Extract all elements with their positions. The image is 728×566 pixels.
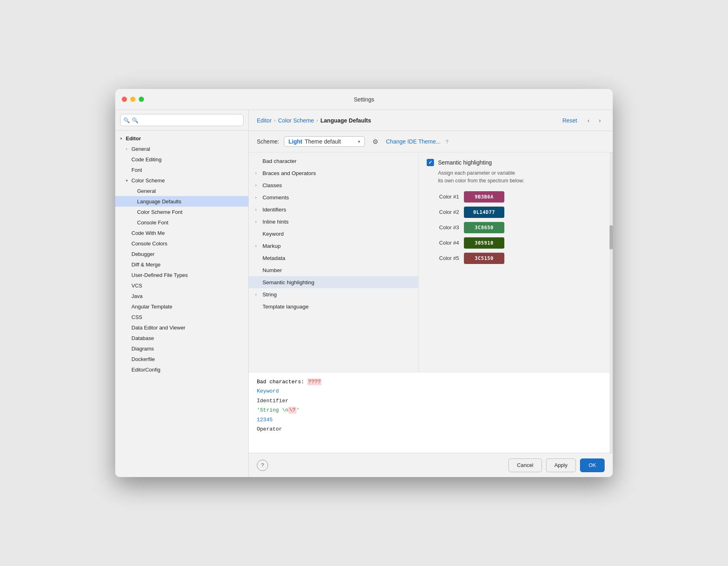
sidebar-item-vcs[interactable]: VCS [115, 280, 248, 291]
change-ide-theme-link[interactable]: Change IDE Theme... [386, 138, 440, 145]
sidebar-item-color-scheme[interactable]: ▾ Color Scheme [115, 175, 248, 186]
sidebar-item-label: VCS [131, 283, 142, 289]
list-item-braces-operators[interactable]: › Braces and Operators [249, 167, 418, 179]
semantic-title: Semantic highlighting [438, 159, 492, 166]
list-item-number[interactable]: Number [249, 264, 418, 276]
arrow-icon [126, 283, 131, 288]
list-item-identifiers[interactable]: › Identifiers [249, 203, 418, 215]
preview-line-4: 'String \n\?' [257, 405, 605, 415]
help-icon[interactable]: ? [445, 139, 448, 145]
list-item-label: Bad character [262, 158, 296, 164]
search-input[interactable] [120, 114, 243, 126]
breadcrumb-sep1: › [274, 118, 276, 123]
breadcrumb-color-scheme[interactable]: Color Scheme [278, 117, 314, 124]
breadcrumb-editor[interactable]: Editor [257, 117, 272, 124]
sidebar-item-general[interactable]: › General [115, 144, 248, 154]
forward-arrow[interactable]: › [595, 116, 605, 125]
sidebar-item-database[interactable]: Database [115, 333, 248, 343]
sidebar-item-data-editor[interactable]: Data Editor and Viewer [115, 322, 248, 333]
sidebar-item-css[interactable]: CSS [115, 312, 248, 322]
content-panel: Editor › Color Scheme › Language Default… [249, 110, 613, 477]
color-swatch-1[interactable]: 9B3B6A [464, 191, 504, 203]
sidebar-item-label: Font [131, 167, 142, 173]
list-item-keyword[interactable]: Keyword [249, 228, 418, 240]
traffic-lights [122, 97, 144, 102]
scrollbar[interactable] [609, 152, 613, 453]
split-container: Bad character › Braces and Operators › C… [249, 152, 613, 453]
back-arrow[interactable]: ‹ [584, 116, 593, 125]
sidebar-item-cs-general[interactable]: General [115, 186, 248, 196]
list-item-label: Identifiers [262, 207, 286, 213]
back-arrow-icon: ‹ [588, 117, 590, 124]
window-title: Settings [354, 96, 375, 103]
preview-bad-prefix: Bad characters: [257, 379, 307, 385]
color-swatch-3[interactable]: 3C8650 [464, 222, 504, 233]
list-item-markup[interactable]: › Markup [249, 240, 418, 252]
search-wrapper: 🔍 [120, 114, 243, 126]
dropdown-arrow-icon: ▾ [358, 139, 360, 144]
list-item-classes[interactable]: › Classes [249, 179, 418, 191]
sidebar-item-code-with-me[interactable]: Code With Me [115, 228, 248, 238]
maximize-button[interactable] [139, 97, 144, 102]
arrow-icon: › [255, 244, 261, 248]
sidebar-item-java[interactable]: Java [115, 291, 248, 301]
arrow-icon [126, 357, 131, 361]
arrow-icon: › [255, 195, 261, 200]
semantic-highlight-checkbox[interactable] [427, 159, 434, 166]
list-item-string[interactable]: › String [249, 288, 418, 300]
sidebar-item-label: Language Defaults [137, 199, 181, 205]
scrollbar-thumb[interactable] [609, 225, 613, 249]
sidebar-item-console-colors[interactable]: Console Colors [115, 238, 248, 249]
search-icon: 🔍 [123, 117, 130, 123]
close-button[interactable] [122, 97, 127, 102]
arrow-icon [126, 262, 131, 267]
color-label-5: Color #5 [427, 255, 459, 261]
semantic-description: Assign each parameter or variable its ow… [427, 169, 605, 185]
sidebar-item-diagrams[interactable]: Diagrams [115, 343, 248, 354]
help-button[interactable]: ? [257, 460, 268, 471]
arrow-icon: ▾ [120, 136, 126, 141]
sidebar-item-editorconfig[interactable]: EditorConfig [115, 364, 248, 375]
arrow-icon [126, 367, 131, 372]
arrow-icon [131, 199, 137, 204]
list-item-template-language[interactable]: Template language [249, 300, 418, 313]
list-item-metadata[interactable]: Metadata [249, 252, 418, 264]
sidebar-item-debugger[interactable]: Debugger [115, 249, 248, 259]
sidebar-item-angular[interactable]: Angular Template [115, 301, 248, 312]
sidebar-item-label: Data Editor and Viewer [131, 325, 185, 331]
scheme-gear-button[interactable]: ⚙ [370, 136, 381, 147]
scheme-dropdown[interactable]: Light Theme default ▾ [284, 136, 365, 147]
color-label-4: Color #4 [427, 240, 459, 246]
sidebar-item-console-font[interactable]: Console Font [115, 217, 248, 228]
sidebar-item-diff-merge[interactable]: Diff & Merge [115, 259, 248, 270]
list-item-bad-character[interactable]: Bad character [249, 155, 418, 167]
list-item-comments[interactable]: › Comments [249, 191, 418, 203]
color-swatch-2[interactable]: 0L14D77 [464, 207, 504, 218]
preview-bad-char: ???? [307, 378, 322, 385]
minimize-button[interactable] [130, 97, 135, 102]
sidebar-item-color-scheme-font[interactable]: Color Scheme Font [115, 207, 248, 217]
breadcrumb-current: Language Defaults [320, 117, 371, 124]
cancel-button[interactable]: Cancel [508, 458, 542, 472]
reset-button[interactable]: Reset [559, 116, 580, 125]
apply-button[interactable]: Apply [546, 458, 576, 472]
ok-button[interactable]: OK [580, 458, 605, 472]
sidebar-item-language-defaults[interactable]: Language Defaults [115, 196, 248, 207]
sidebar-item-user-defined[interactable]: User-Defined File Types [115, 270, 248, 280]
sidebar-item-code-editing[interactable]: Code Editing [115, 154, 248, 165]
right-panel: Semantic highlighting Assign each parame… [419, 152, 613, 372]
sidebar-item-font[interactable]: Font [115, 165, 248, 175]
list-item-label: Classes [262, 182, 282, 188]
scheme-row: Scheme: Light Theme default ▾ ⚙ Change I… [249, 131, 613, 152]
list-item-inline-hints[interactable]: › Inline hints [249, 215, 418, 228]
sidebar-item-label: CSS [131, 314, 142, 320]
sidebar-item-label: Color Scheme [131, 177, 165, 184]
sidebar-item-dockerfile[interactable]: Dockerfile [115, 354, 248, 364]
color-swatch-4[interactable]: 305910 [464, 237, 504, 249]
list-item-semantic-highlighting[interactable]: Semantic highlighting [249, 276, 418, 288]
list-item-label: String [262, 291, 277, 298]
preview-line-5: 12345 [257, 415, 605, 424]
sidebar-item-editor[interactable]: ▾ Editor [115, 133, 248, 144]
color-swatch-5[interactable]: 3C5150 [464, 253, 504, 264]
sidebar-item-label: User-Defined File Types [131, 272, 188, 278]
